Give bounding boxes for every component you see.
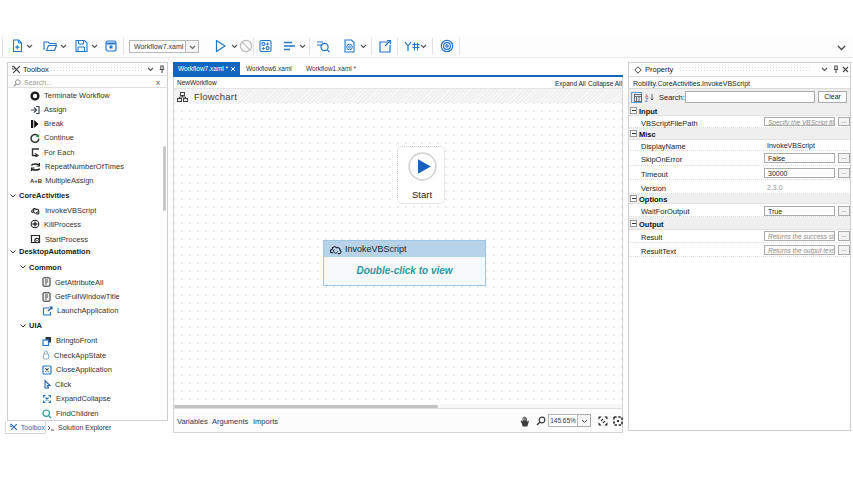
svg-text:Z: Z	[645, 97, 648, 102]
